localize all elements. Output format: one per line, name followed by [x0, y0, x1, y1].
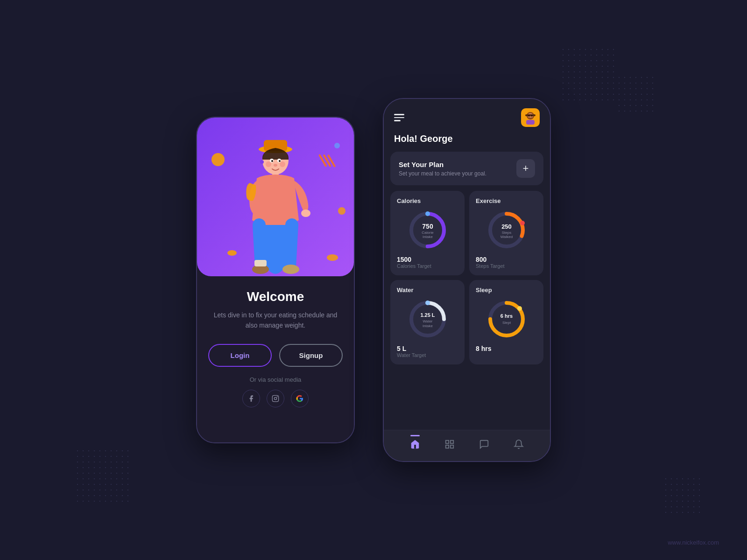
nav-home[interactable]: [407, 436, 423, 453]
user-avatar[interactable]: [521, 108, 540, 127]
calories-footer: 1500 Calories Target: [397, 256, 458, 269]
svg-rect-4: [327, 154, 336, 168]
sleep-target-value: 8 hrs: [476, 345, 537, 352]
exercise-target-value: 800: [476, 256, 537, 263]
svg-text:Walked: Walked: [500, 235, 512, 239]
main-container: Welcome Lets dive in to fix your eating …: [196, 98, 551, 462]
svg-rect-57: [446, 441, 449, 443]
exercise-title: Exercise: [476, 197, 537, 204]
exercise-ring: 250 Steps Walked: [486, 209, 528, 251]
svg-text:Water: Water: [423, 319, 432, 323]
stats-grid: Calories 750 Calorie Intake: [390, 191, 543, 364]
svg-text:Steps: Steps: [501, 231, 511, 235]
svg-point-0: [211, 153, 225, 166]
sleep-ring: 6 hrs Slept: [486, 298, 528, 340]
plan-subtitle: Set your meal to achieve your goal.: [399, 170, 486, 177]
water-target-label: Water Target: [397, 352, 458, 358]
svg-point-42: [520, 221, 525, 225]
welcome-hero: [197, 118, 354, 276]
calories-target-value: 1500: [397, 256, 458, 263]
svg-point-15: [266, 161, 271, 167]
svg-text:Intake: Intake: [423, 235, 433, 239]
svg-point-14: [279, 160, 281, 162]
svg-text:Slept: Slept: [502, 321, 511, 325]
welcome-phone: Welcome Lets dive in to fix your eating …: [196, 117, 355, 443]
svg-point-6: [338, 207, 345, 215]
bg-dots-bottom-right: [663, 476, 700, 513]
bg-dots-top-right: [560, 47, 616, 103]
calories-ring: 750 Calorie Intake: [407, 209, 449, 251]
sleep-ring-container: 6 hrs Slept: [476, 298, 537, 340]
social-media-text: Or via social media: [250, 376, 302, 383]
exercise-footer: 800 Steps Target: [476, 256, 537, 269]
svg-point-25: [274, 397, 276, 399]
calories-card: Calories 750 Calorie Intake: [390, 191, 465, 275]
svg-rect-58: [451, 441, 453, 443]
svg-text:750: 750: [422, 223, 433, 230]
svg-rect-59: [446, 445, 449, 448]
svg-text:6 hrs: 6 hrs: [500, 313, 512, 319]
svg-point-1: [334, 143, 340, 148]
calories-title: Calories: [397, 197, 458, 204]
greeting-text: Hola! George: [384, 132, 550, 152]
signup-button[interactable]: Signup: [279, 344, 343, 367]
dashboard-header: [384, 99, 550, 132]
exercise-ring-container: 250 Steps Walked: [476, 209, 537, 251]
svg-text:250: 250: [501, 223, 512, 230]
exercise-target-label: Steps Target: [476, 263, 537, 269]
svg-point-16: [280, 161, 285, 167]
svg-text:Calorie: Calorie: [422, 231, 434, 235]
plan-title: Set Your Plan: [399, 161, 486, 168]
water-ring-container: 1.25 L Water Intake: [397, 298, 458, 340]
water-target-value: 5 L: [397, 345, 458, 352]
svg-point-22: [282, 265, 299, 274]
svg-point-18: [260, 160, 264, 164]
welcome-title: Welcome: [247, 289, 304, 304]
watermark: www.nickelfox.com: [668, 539, 719, 546]
menu-icon[interactable]: [394, 114, 404, 121]
welcome-buttons: Login Signup: [208, 344, 343, 367]
water-card: Water 1.25 L Water Intake 5 L: [390, 280, 465, 364]
svg-text:1.25 L: 1.25 L: [420, 312, 435, 318]
hero-decorations: [197, 118, 354, 276]
calories-target-label: Calories Target: [397, 263, 458, 269]
facebook-icon[interactable]: [242, 390, 260, 407]
plan-card: Set Your Plan Set your meal to achieve y…: [390, 152, 543, 185]
welcome-content: Welcome Lets dive in to fix your eating …: [197, 276, 354, 442]
calories-ring-container: 750 Calorie Intake: [397, 209, 458, 251]
svg-point-36: [425, 211, 430, 216]
bg-dots-top-right2: [616, 75, 654, 112]
svg-rect-30: [525, 114, 536, 116]
sleep-title: Sleep: [476, 287, 537, 294]
bg-dots-bottom-left: [75, 448, 131, 504]
login-button[interactable]: Login: [208, 344, 272, 367]
sleep-card: Sleep 6 hrs Slept 8 hrs: [469, 280, 543, 364]
plan-add-button[interactable]: +: [516, 159, 535, 178]
svg-point-48: [425, 301, 430, 305]
plan-text: Set Your Plan Set your meal to achieve y…: [399, 161, 486, 177]
svg-rect-23: [254, 260, 267, 266]
svg-point-13: [271, 160, 273, 162]
svg-point-26: [277, 396, 278, 397]
social-icons-row: [242, 390, 309, 407]
svg-point-31: [529, 115, 530, 117]
bottom-nav: [384, 430, 550, 461]
google-icon[interactable]: [291, 390, 309, 407]
water-footer: 5 L Water Target: [397, 345, 458, 358]
dashboard-phone: Hola! George Set Your Plan Set your meal…: [383, 98, 551, 462]
sleep-footer: 8 hrs: [476, 345, 537, 352]
instagram-icon[interactable]: [267, 390, 284, 407]
svg-point-20: [301, 210, 310, 217]
svg-point-7: [327, 254, 338, 261]
welcome-subtitle: Lets dive in to fix your eating schedule…: [208, 310, 343, 331]
svg-rect-60: [451, 445, 453, 448]
dashboard-scroll[interactable]: Set Your Plan Set your meal to achieve y…: [384, 152, 550, 430]
svg-point-17: [274, 164, 277, 167]
svg-rect-24: [272, 395, 278, 401]
nav-grid[interactable]: [441, 436, 458, 453]
svg-point-54: [517, 306, 522, 311]
nav-chat[interactable]: [476, 436, 493, 453]
nav-bell[interactable]: [510, 436, 527, 453]
svg-text:Intake: Intake: [423, 324, 433, 328]
svg-rect-33: [526, 120, 535, 125]
